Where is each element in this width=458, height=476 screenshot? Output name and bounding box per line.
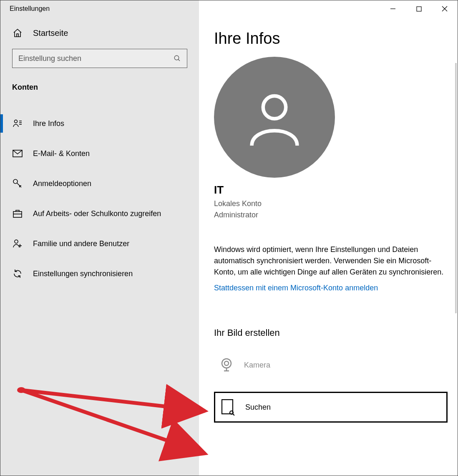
sidebar-item-label: Familie und andere Benutzer — [33, 239, 129, 248]
camera-option: Kamera — [214, 351, 448, 379]
account-type: Lokales Konto — [214, 198, 445, 209]
sidebar-item-label: Ihre Infos — [33, 119, 64, 128]
mail-icon — [12, 149, 23, 158]
signin-ms-account-link[interactable]: Stattdessen mit einem Microsoft-Konto an… — [214, 284, 378, 292]
person-info-icon — [12, 118, 23, 128]
search-input[interactable] — [12, 49, 187, 68]
create-picture-header: Ihr Bild erstellen — [214, 327, 445, 338]
avatar — [214, 57, 335, 178]
main-content: Ihre Infos IT Lokales Konto Administrato… — [199, 0, 458, 476]
svg-point-13 — [263, 96, 286, 118]
optimization-text: Windows wird optimiert, wenn Ihre Einste… — [214, 244, 445, 278]
svg-line-1 — [178, 59, 180, 61]
window-title: Einstellungen — [0, 0, 199, 17]
sidebar-item-your-info[interactable]: Ihre Infos — [0, 108, 199, 139]
window-controls — [380, 0, 458, 17]
home-label: Startseite — [33, 28, 68, 38]
sidebar-item-label: Anmeldeoptionen — [33, 179, 91, 188]
maximize-button[interactable] — [406, 0, 432, 17]
key-icon — [12, 179, 23, 189]
camera-label: Kamera — [244, 361, 270, 370]
sidebar-item-family[interactable]: Familie und andere Benutzer — [0, 229, 199, 259]
close-button[interactable] — [432, 0, 458, 17]
sidebar-item-label: Einstellungen synchronisieren — [33, 269, 133, 278]
briefcase-icon — [12, 209, 23, 218]
sidebar-item-label: Auf Arbeits- oder Schulkonto zugreifen — [33, 209, 161, 218]
sync-icon — [12, 269, 23, 279]
browse-icon — [219, 399, 236, 416]
home-icon — [12, 28, 23, 38]
browse-option[interactable]: Suchen — [214, 392, 448, 423]
sidebar-item-label: E-Mail- & Konten — [33, 149, 90, 158]
sidebar-item-sync[interactable]: Einstellungen synchronisieren — [0, 259, 199, 289]
home-link[interactable]: Startseite — [0, 17, 199, 49]
svg-point-15 — [224, 361, 229, 365]
section-header-accounts: Konten — [0, 79, 199, 100]
camera-icon — [218, 357, 235, 373]
svg-rect-20 — [417, 7, 421, 11]
svg-point-10 — [15, 240, 18, 243]
svg-line-18 — [233, 414, 234, 416]
account-role: Administrator — [214, 209, 445, 221]
scrollbar[interactable] — [455, 63, 457, 313]
family-icon — [12, 239, 23, 249]
page-title: Ihre Infos — [214, 30, 445, 48]
sidebar-item-signin-options[interactable]: Anmeldeoptionen — [0, 169, 199, 199]
svg-point-14 — [222, 359, 231, 368]
nav-list: Ihre Infos E-Mail- & Konten Anmeldeoptio… — [0, 100, 199, 289]
search-field[interactable] — [18, 54, 174, 63]
browse-label: Suchen — [245, 403, 271, 412]
svg-point-0 — [174, 55, 179, 60]
sidebar-item-work-school[interactable]: Auf Arbeits- oder Schulkonto zugreifen — [0, 199, 199, 229]
svg-rect-8 — [13, 212, 22, 217]
svg-point-2 — [15, 120, 18, 123]
minimize-button[interactable] — [380, 0, 406, 17]
settings-sidebar: Einstellungen Startseite Konten — [0, 0, 199, 476]
sidebar-item-email-accounts[interactable]: E-Mail- & Konten — [0, 139, 199, 169]
svg-rect-16 — [222, 400, 233, 414]
user-name: IT — [214, 184, 445, 196]
svg-point-7 — [13, 179, 18, 184]
search-icon — [174, 55, 181, 62]
